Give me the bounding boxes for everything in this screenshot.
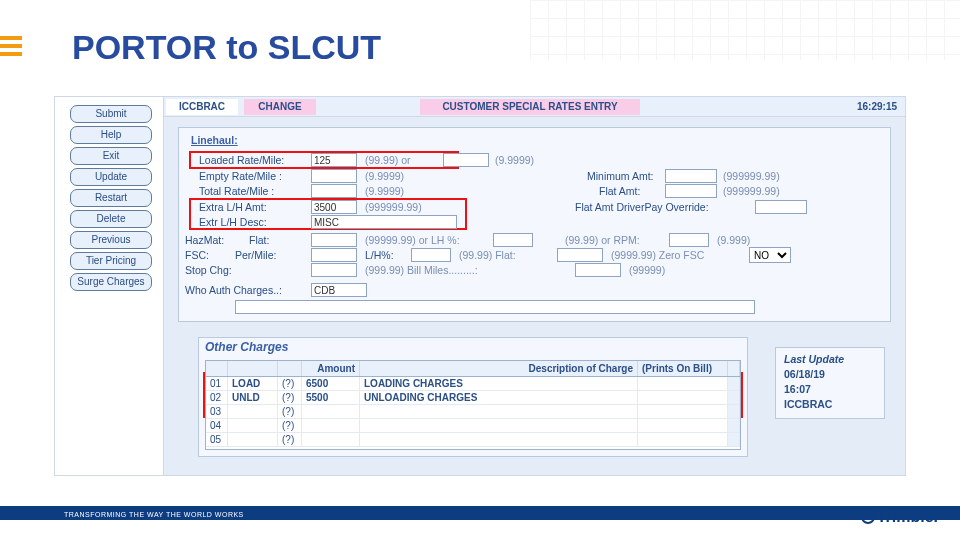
hazmat-hint3: (9.999): [717, 234, 750, 246]
header-bar: ICCBRAC CHANGE CUSTOMER SPECIAL RATES EN…: [164, 97, 905, 117]
last-update-time: 16:07: [784, 382, 876, 397]
clock-label: 16:29:15: [833, 99, 897, 115]
delete-button[interactable]: Delete: [70, 210, 152, 228]
fsc-permile-input[interactable]: [311, 248, 357, 262]
loaded-rate-label: Loaded Rate/Mile:: [199, 154, 284, 166]
col-desc: Description of Charge: [360, 361, 638, 376]
table-row[interactable]: 02UNLD(?)5500UNLOADING CHARGES: [206, 391, 740, 405]
fsc-flat-input[interactable]: [557, 248, 603, 262]
table-row[interactable]: 01LOAD(?)6500LOADING CHARGES: [206, 377, 740, 391]
zero-fsc-select[interactable]: NO: [749, 247, 791, 263]
fsc-permile-label: Per/Mile:: [235, 249, 276, 261]
table-row[interactable]: 04(?): [206, 419, 740, 433]
sidebar: Submit Help Exit Update Restart Delete P…: [61, 105, 161, 294]
extra-lh-input[interactable]: [311, 200, 357, 214]
app-window: Submit Help Exit Update Restart Delete P…: [54, 96, 906, 476]
other-charges-panel: Other Charges Amount Description of Char…: [198, 337, 748, 457]
loaded-rate-alt-input[interactable]: [443, 153, 489, 167]
last-update-user: ICCBRAC: [784, 397, 876, 412]
other-charges-title: Other Charges: [205, 340, 288, 354]
fsc-label: FSC:: [185, 249, 209, 261]
help-button[interactable]: Help: [70, 126, 152, 144]
extra-desc-label: Extr L/H Desc:: [199, 216, 267, 228]
other-charges-grid: Amount Description of Charge (Prints On …: [205, 360, 741, 450]
flat-amt-input[interactable]: [665, 184, 717, 198]
total-rate-label: Total Rate/Mile :: [199, 185, 274, 197]
table-row[interactable]: 05(?): [206, 433, 740, 447]
col-prints: (Prints On Bill): [638, 361, 728, 376]
hazmat-lh-input[interactable]: [493, 233, 533, 247]
mode-label: CHANGE: [244, 99, 316, 115]
footer-text: TRANSFORMING THE WAY THE WORLD WORKS: [64, 511, 244, 518]
last-update-panel: Last Update 06/18/19 16:07 ICCBRAC: [775, 347, 885, 419]
brand-logo: Trimble.: [861, 508, 938, 526]
table-row[interactable]: 03(?): [206, 405, 740, 419]
extra-desc-input[interactable]: [311, 215, 457, 229]
accent-icon: [0, 36, 22, 60]
restart-button[interactable]: Restart: [70, 189, 152, 207]
flat-dp-input[interactable]: [755, 200, 807, 214]
total-hint: (9.9999): [365, 185, 404, 197]
stop-hint: (999.99) Bill Miles.........:: [365, 264, 478, 276]
content-area: ICCBRAC CHANGE CUSTOMER SPECIAL RATES EN…: [163, 97, 905, 475]
auth-input[interactable]: [311, 283, 367, 297]
bill-miles-input[interactable]: [575, 263, 621, 277]
loaded-rate-input[interactable]: [311, 153, 357, 167]
fsc-lh-label: L/H%:: [365, 249, 394, 261]
loaded-hint1: (99.99) or: [365, 154, 411, 166]
minimum-hint: (999999.99): [723, 170, 780, 182]
brand-text: Trimble: [877, 508, 934, 525]
exit-button[interactable]: Exit: [70, 147, 152, 165]
empty-rate-label: Empty Rate/Mile :: [199, 170, 282, 182]
surge-charges-button[interactable]: Surge Charges: [70, 273, 152, 291]
fsc-lh-input[interactable]: [411, 248, 451, 262]
stop-chg-input[interactable]: [311, 263, 357, 277]
total-rate-input[interactable]: [311, 184, 357, 198]
linehaul-legend: Linehaul:: [191, 134, 238, 146]
auth-desc-input[interactable]: [235, 300, 755, 314]
empty-rate-input[interactable]: [311, 169, 357, 183]
globe-icon: [861, 510, 875, 524]
last-update-date: 06/18/19: [784, 367, 876, 382]
grid-header: Amount Description of Charge (Prints On …: [206, 361, 740, 377]
decorative-grid: [530, 0, 960, 60]
extra-lh-label: Extra L/H Amt:: [199, 201, 267, 213]
minimum-amt-label: Minimum Amt:: [587, 170, 654, 182]
previous-button[interactable]: Previous: [70, 231, 152, 249]
flat-dp-label: Flat Amt DriverPay Override:: [575, 201, 709, 213]
tier-pricing-button[interactable]: Tier Pricing: [70, 252, 152, 270]
flat-amt-hint: (999999.99): [723, 185, 780, 197]
update-button[interactable]: Update: [70, 168, 152, 186]
fsc-lh-hint2: (9999.99) Zero FSC: [611, 249, 704, 261]
loaded-hint2: (9.9999): [495, 154, 534, 166]
hazmat-flat-input[interactable]: [311, 233, 357, 247]
empty-hint: (9.9999): [365, 170, 404, 182]
submit-button[interactable]: Submit: [70, 105, 152, 123]
screen-label: CUSTOMER SPECIAL RATES ENTRY: [420, 99, 640, 115]
last-update-title: Last Update: [784, 352, 876, 367]
linehaul-panel: Linehaul: Loaded Rate/Mile: (99.99) or (…: [178, 127, 891, 322]
stop-hint2: (99999): [629, 264, 665, 276]
slide-title: PORTOR to SLCUT: [72, 28, 381, 67]
stop-chg-label: Stop Chg:: [185, 264, 232, 276]
col-amount: Amount: [302, 361, 360, 376]
minimum-amt-input[interactable]: [665, 169, 717, 183]
hazmat-hint1: (99999.99) or LH %:: [365, 234, 460, 246]
hazmat-hint2: (99.99) or RPM:: [565, 234, 640, 246]
hazmat-rpm-input[interactable]: [669, 233, 709, 247]
extra-hint: (999999.99): [365, 201, 422, 213]
hazmat-flat-label: Flat:: [249, 234, 269, 246]
fsc-lh-hint: (99.99) Flat:: [459, 249, 516, 261]
hazmat-label: HazMat:: [185, 234, 224, 246]
auth-label: Who Auth Charges..:: [185, 284, 282, 296]
module-label: ICCBRAC: [166, 99, 238, 115]
flat-amt-label: Flat Amt:: [599, 185, 640, 197]
